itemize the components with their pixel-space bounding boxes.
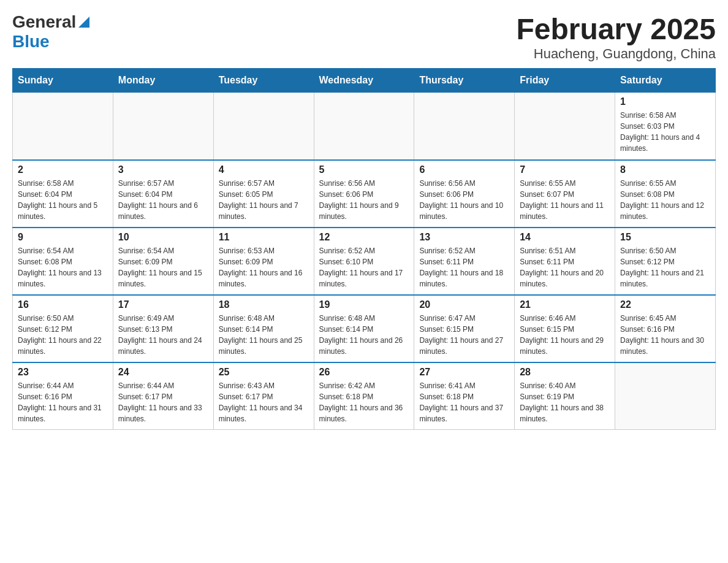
- day-info: Sunrise: 6:40 AMSunset: 6:19 PMDaylight:…: [520, 380, 610, 424]
- table-row: [314, 93, 414, 160]
- day-info: Sunrise: 6:57 AMSunset: 6:05 PMDaylight:…: [219, 178, 309, 222]
- logo: General Blue: [12, 12, 89, 52]
- day-info: Sunrise: 6:43 AMSunset: 6:17 PMDaylight:…: [219, 380, 309, 424]
- day-info: Sunrise: 6:55 AMSunset: 6:07 PMDaylight:…: [520, 178, 610, 222]
- calendar-week-row: 2Sunrise: 6:58 AMSunset: 6:04 PMDaylight…: [13, 160, 716, 228]
- table-row: 17Sunrise: 6:49 AMSunset: 6:13 PMDayligh…: [113, 295, 213, 362]
- day-number: 2: [18, 164, 108, 175]
- table-row: 9Sunrise: 6:54 AMSunset: 6:08 PMDaylight…: [13, 228, 113, 295]
- day-info: Sunrise: 6:49 AMSunset: 6:13 PMDaylight:…: [118, 313, 208, 357]
- title-section: February 2025 Huacheng, Guangdong, China: [516, 12, 716, 62]
- table-row: 27Sunrise: 6:41 AMSunset: 6:18 PMDayligh…: [414, 362, 515, 430]
- table-row: 20Sunrise: 6:47 AMSunset: 6:15 PMDayligh…: [414, 295, 515, 362]
- table-row: 18Sunrise: 6:48 AMSunset: 6:14 PMDayligh…: [213, 295, 314, 362]
- day-info: Sunrise: 6:48 AMSunset: 6:14 PMDaylight:…: [219, 313, 309, 357]
- day-number: 6: [419, 164, 509, 175]
- calendar-week-row: 9Sunrise: 6:54 AMSunset: 6:08 PMDaylight…: [13, 228, 716, 295]
- calendar-week-row: 16Sunrise: 6:50 AMSunset: 6:12 PMDayligh…: [13, 295, 716, 362]
- day-number: 15: [620, 232, 710, 243]
- day-info: Sunrise: 6:52 AMSunset: 6:10 PMDaylight:…: [319, 245, 409, 289]
- table-row: 14Sunrise: 6:51 AMSunset: 6:11 PMDayligh…: [515, 228, 615, 295]
- table-row: 16Sunrise: 6:50 AMSunset: 6:12 PMDayligh…: [13, 295, 113, 362]
- table-row: 4Sunrise: 6:57 AMSunset: 6:05 PMDaylight…: [213, 160, 314, 228]
- day-info: Sunrise: 6:45 AMSunset: 6:16 PMDaylight:…: [620, 313, 710, 357]
- day-info: Sunrise: 6:58 AMSunset: 6:04 PMDaylight:…: [18, 178, 108, 222]
- day-info: Sunrise: 6:52 AMSunset: 6:11 PMDaylight:…: [419, 245, 509, 289]
- table-row: 22Sunrise: 6:45 AMSunset: 6:16 PMDayligh…: [615, 295, 716, 362]
- day-info: Sunrise: 6:48 AMSunset: 6:14 PMDaylight:…: [319, 313, 409, 357]
- header-tuesday: Tuesday: [213, 69, 314, 93]
- day-number: 25: [219, 367, 309, 378]
- day-number: 10: [118, 232, 208, 243]
- svg-marker-0: [78, 17, 89, 28]
- logo-triangle-icon: [78, 17, 89, 30]
- table-row: 15Sunrise: 6:50 AMSunset: 6:12 PMDayligh…: [615, 228, 716, 295]
- table-row: 28Sunrise: 6:40 AMSunset: 6:19 PMDayligh…: [515, 362, 615, 430]
- day-number: 14: [520, 232, 610, 243]
- day-number: 11: [219, 232, 309, 243]
- table-row: [414, 93, 515, 160]
- day-number: 8: [620, 164, 710, 175]
- page-header: General Blue February 2025 Huacheng, Gua…: [12, 12, 716, 62]
- table-row: 1Sunrise: 6:58 AMSunset: 6:03 PMDaylight…: [615, 93, 716, 160]
- day-number: 17: [118, 299, 208, 310]
- table-row: 25Sunrise: 6:43 AMSunset: 6:17 PMDayligh…: [213, 362, 314, 430]
- day-number: 20: [419, 299, 509, 310]
- day-number: 28: [520, 367, 610, 378]
- calendar-table: Sunday Monday Tuesday Wednesday Thursday…: [12, 68, 716, 430]
- table-row: 24Sunrise: 6:44 AMSunset: 6:17 PMDayligh…: [113, 362, 213, 430]
- day-info: Sunrise: 6:42 AMSunset: 6:18 PMDaylight:…: [319, 380, 409, 424]
- table-row: 7Sunrise: 6:55 AMSunset: 6:07 PMDaylight…: [515, 160, 615, 228]
- calendar-week-row: 23Sunrise: 6:44 AMSunset: 6:16 PMDayligh…: [13, 362, 716, 430]
- table-row: 21Sunrise: 6:46 AMSunset: 6:15 PMDayligh…: [515, 295, 615, 362]
- day-info: Sunrise: 6:58 AMSunset: 6:03 PMDaylight:…: [620, 110, 710, 154]
- day-number: 26: [319, 367, 409, 378]
- header-friday: Friday: [515, 69, 615, 93]
- day-number: 12: [319, 232, 409, 243]
- month-title: February 2025: [516, 12, 716, 46]
- table-row: [615, 362, 716, 430]
- day-number: 13: [419, 232, 509, 243]
- logo-general-text: General: [12, 12, 76, 32]
- day-info: Sunrise: 6:56 AMSunset: 6:06 PMDaylight:…: [319, 178, 409, 222]
- table-row: [213, 93, 314, 160]
- header-thursday: Thursday: [414, 69, 515, 93]
- day-number: 27: [419, 367, 509, 378]
- day-number: 23: [18, 367, 108, 378]
- day-info: Sunrise: 6:51 AMSunset: 6:11 PMDaylight:…: [520, 245, 610, 289]
- table-row: 13Sunrise: 6:52 AMSunset: 6:11 PMDayligh…: [414, 228, 515, 295]
- day-info: Sunrise: 6:55 AMSunset: 6:08 PMDaylight:…: [620, 178, 710, 222]
- day-number: 5: [319, 164, 409, 175]
- day-info: Sunrise: 6:56 AMSunset: 6:06 PMDaylight:…: [419, 178, 509, 222]
- day-number: 4: [219, 164, 309, 175]
- day-number: 3: [118, 164, 208, 175]
- table-row: 2Sunrise: 6:58 AMSunset: 6:04 PMDaylight…: [13, 160, 113, 228]
- day-number: 9: [18, 232, 108, 243]
- day-number: 19: [319, 299, 409, 310]
- day-info: Sunrise: 6:50 AMSunset: 6:12 PMDaylight:…: [620, 245, 710, 289]
- day-info: Sunrise: 6:44 AMSunset: 6:17 PMDaylight:…: [118, 380, 208, 424]
- table-row: [113, 93, 213, 160]
- day-number: 18: [219, 299, 309, 310]
- header-wednesday: Wednesday: [314, 69, 414, 93]
- table-row: 3Sunrise: 6:57 AMSunset: 6:04 PMDaylight…: [113, 160, 213, 228]
- day-number: 7: [520, 164, 610, 175]
- table-row: 5Sunrise: 6:56 AMSunset: 6:06 PMDaylight…: [314, 160, 414, 228]
- table-row: [13, 93, 113, 160]
- day-info: Sunrise: 6:57 AMSunset: 6:04 PMDaylight:…: [118, 178, 208, 222]
- day-number: 21: [520, 299, 610, 310]
- day-info: Sunrise: 6:54 AMSunset: 6:09 PMDaylight:…: [118, 245, 208, 289]
- day-info: Sunrise: 6:53 AMSunset: 6:09 PMDaylight:…: [219, 245, 309, 289]
- table-row: 8Sunrise: 6:55 AMSunset: 6:08 PMDaylight…: [615, 160, 716, 228]
- day-info: Sunrise: 6:50 AMSunset: 6:12 PMDaylight:…: [18, 313, 108, 357]
- day-info: Sunrise: 6:44 AMSunset: 6:16 PMDaylight:…: [18, 380, 108, 424]
- day-number: 22: [620, 299, 710, 310]
- header-monday: Monday: [113, 69, 213, 93]
- day-number: 16: [18, 299, 108, 310]
- day-info: Sunrise: 6:41 AMSunset: 6:18 PMDaylight:…: [419, 380, 509, 424]
- day-number: 1: [620, 96, 710, 107]
- table-row: [515, 93, 615, 160]
- day-info: Sunrise: 6:47 AMSunset: 6:15 PMDaylight:…: [419, 313, 509, 357]
- table-row: 19Sunrise: 6:48 AMSunset: 6:14 PMDayligh…: [314, 295, 414, 362]
- day-info: Sunrise: 6:46 AMSunset: 6:15 PMDaylight:…: [520, 313, 610, 357]
